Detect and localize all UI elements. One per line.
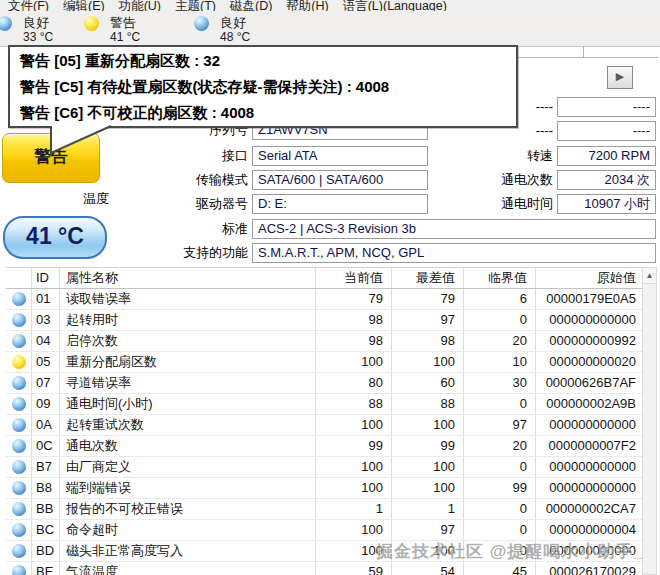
- table-row[interactable]: 0C通电次数9999200000000007F2: [6, 436, 642, 457]
- row-raw-value: 000000000000: [536, 310, 642, 330]
- row-attribute-name: 寻道错误率: [60, 373, 316, 393]
- warning-tooltip-line-1: 警告 [C5] 有待处置扇区数(状态存疑-需保持关注) : 4008: [20, 74, 506, 100]
- row-worst-value: 1: [392, 499, 464, 519]
- row-status-cell: [6, 373, 32, 393]
- row-raw-value: 000000002CA7: [536, 499, 642, 519]
- good-orb-icon: [12, 565, 26, 575]
- threshold-column-header: 临界值: [464, 268, 536, 288]
- good-orb-icon: [12, 481, 26, 495]
- status-column-header: [6, 268, 32, 288]
- row-threshold-value: 99: [464, 478, 536, 498]
- good-orb-icon: [12, 376, 26, 390]
- row-raw-value: 000000000992: [536, 331, 642, 351]
- row-current-value: 1: [316, 499, 392, 519]
- row-current-value: 100: [316, 520, 392, 540]
- row-threshold-value: 6: [464, 289, 536, 309]
- table-scrollbar[interactable]: ▲: [642, 267, 657, 575]
- row-id: 03: [32, 310, 60, 330]
- row-id: 04: [32, 331, 60, 351]
- features-value: S.M.A.R.T., APM, NCQ, GPL: [252, 243, 656, 263]
- smart-table-header: ID 属性名称 当前值 最差值 临界值 原始值: [6, 268, 642, 289]
- table-row[interactable]: 01读取错误率7979600000179E0A5: [6, 289, 642, 310]
- row-id: BB: [32, 499, 60, 519]
- good-orb-icon: [12, 313, 26, 327]
- watermark-text: 掘金技术社区 @提醒喝水小助手_: [376, 540, 644, 563]
- worst-column-header: 最差值: [392, 268, 464, 288]
- row-status-cell: [6, 352, 32, 372]
- drive-tab-2[interactable]: 良好48 °C: [190, 13, 294, 45]
- row-current-value: 79: [316, 289, 392, 309]
- row-status-cell: [6, 541, 32, 561]
- row-status-cell: [6, 394, 32, 414]
- table-row[interactable]: B8端到端错误10010099000000000000: [6, 478, 642, 499]
- row-raw-value: 00000179E0A5: [536, 289, 642, 309]
- next-disk-button[interactable]: ▶: [607, 66, 633, 89]
- row-attribute-name: 报告的不可校正错误: [60, 499, 316, 519]
- row-attribute-name: 启停次数: [60, 331, 316, 351]
- row-worst-value: 88: [392, 394, 464, 414]
- drive-status-orb-icon: [84, 16, 99, 31]
- drive-tab-temp: 41 °C: [110, 30, 140, 44]
- drive-tab-temp: 48 °C: [220, 30, 250, 44]
- drive-tab-temp: 33 °C: [23, 30, 53, 44]
- drive-letter-label: 驱动器号: [88, 194, 248, 214]
- row-attribute-name: 通电时间(小时): [60, 394, 316, 414]
- tooltip-tail-icon: [48, 125, 114, 155]
- drive-tab-strip: 良好33 °C警告41 °C良好48 °C: [0, 11, 660, 47]
- row-id: BD: [32, 541, 60, 561]
- table-row[interactable]: 03起转用时98970000000000000: [6, 310, 642, 331]
- row-attribute-name: 起转重试次数: [60, 415, 316, 435]
- row-worst-value: 99: [392, 436, 464, 456]
- row-attribute-name: 由厂商定义: [60, 457, 316, 477]
- row-raw-value: 000000000000: [536, 457, 642, 477]
- table-row[interactable]: B7由厂商定义1001000000000000000: [6, 457, 642, 478]
- scroll-up-icon[interactable]: ▲: [643, 268, 656, 284]
- table-row[interactable]: 05重新分配扇区数10010010000000000020: [6, 352, 642, 373]
- rotation-rate-label: 转速: [393, 146, 553, 166]
- table-row[interactable]: BC命令超时100970000000000004: [6, 520, 642, 541]
- menu-item-1[interactable]: 编辑(E): [63, 0, 105, 11]
- table-row[interactable]: 04启停次数989820000000000992: [6, 331, 642, 352]
- menu-item-0[interactable]: 文件(F): [8, 0, 49, 11]
- menu-item-2[interactable]: 功能(U): [119, 0, 161, 11]
- table-row[interactable]: 09通电时间(小时)88880000000002A9B: [6, 394, 642, 415]
- table-row[interactable]: 07寻道错误率80603000000626B7AF: [6, 373, 642, 394]
- row-worst-value: 54: [392, 562, 464, 575]
- menu-item-3[interactable]: 主题(T): [175, 0, 216, 11]
- smart-table: ID 属性名称 当前值 最差值 临界值 原始值 01读取错误率797960000…: [6, 267, 642, 575]
- row-status-cell: [6, 289, 32, 309]
- title-bar-vdivider: [583, 46, 584, 58]
- row-current-value: 100: [316, 415, 392, 435]
- features-label: 支持的功能: [88, 243, 248, 263]
- menu-item-6[interactable]: 语言(L)(Language): [343, 0, 447, 11]
- host-reads-value: ----: [557, 121, 656, 141]
- table-row[interactable]: BE气流温度595445000026170029: [6, 562, 642, 575]
- row-worst-value: 97: [392, 520, 464, 540]
- table-row[interactable]: 0A起转重试次数10010097000000000000: [6, 415, 642, 436]
- row-id: 07: [32, 373, 60, 393]
- menu-item-4[interactable]: 磁盘(D): [230, 0, 272, 11]
- rotation-rate-value: 7200 RPM: [557, 146, 656, 166]
- row-threshold-value: 20: [464, 436, 536, 456]
- row-raw-value: 000000000004: [536, 520, 642, 540]
- good-orb-icon: [12, 292, 26, 306]
- drive-tab-1[interactable]: 警告41 °C: [80, 13, 184, 45]
- row-worst-value: 100: [392, 478, 464, 498]
- row-current-value: 80: [316, 373, 392, 393]
- drive-status-orb-icon: [0, 16, 12, 31]
- drive-status-orb-icon: [194, 16, 209, 31]
- host-writes-value: ----: [557, 97, 656, 117]
- row-id: B7: [32, 457, 60, 477]
- power-on-count-value: 2034 次: [557, 170, 656, 190]
- row-current-value: 100: [316, 457, 392, 477]
- menu-item-5[interactable]: 帮助(H): [286, 0, 328, 11]
- power-on-count-label: 通电次数: [393, 170, 553, 190]
- row-worst-value: 60: [392, 373, 464, 393]
- row-current-value: 88: [316, 394, 392, 414]
- row-attribute-name: 命令超时: [60, 520, 316, 540]
- row-worst-value: 100: [392, 415, 464, 435]
- row-raw-value: 0000000007F2: [536, 436, 642, 456]
- table-row[interactable]: BB报告的不可校正错误110000000002CA7: [6, 499, 642, 520]
- row-raw-value: 000000000000: [536, 478, 642, 498]
- row-status-cell: [6, 331, 32, 351]
